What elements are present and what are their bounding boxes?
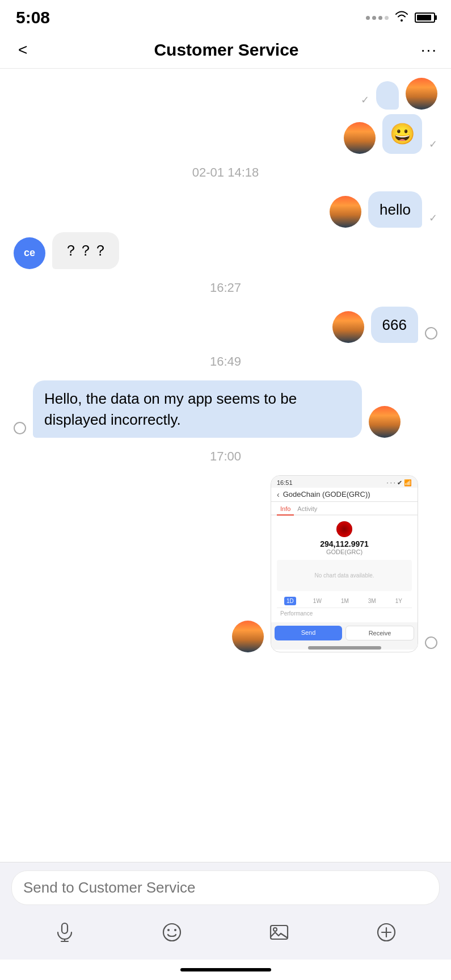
ss-content: 294,112.9971 GODE(GRC) No chart data ava… — [271, 516, 418, 622]
avatar — [369, 406, 401, 438]
message-row: ✓ 😀 — [14, 114, 437, 154]
input-area — [0, 862, 451, 960]
image-button[interactable] — [263, 916, 295, 948]
ss-timeframes: 1D 1W 1M 3M 1Y — [277, 594, 412, 608]
svg-point-5 — [174, 929, 176, 931]
svg-rect-6 — [271, 925, 288, 939]
page-title: Customer Service — [154, 40, 298, 60]
message-bubble: 666 — [371, 307, 418, 343]
toolbar — [11, 914, 440, 953]
message-row-long: Hello, the data on my app seems to be di… — [14, 380, 437, 438]
emoji-button[interactable] — [156, 916, 188, 948]
ss-home-indicator — [308, 646, 381, 650]
unread-circle — [425, 636, 437, 649]
ss-tabs: Info Activity — [271, 502, 418, 516]
message-bubble: ？？？ — [52, 232, 119, 269]
status-bar: 5:08 — [0, 0, 451, 32]
avatar — [344, 122, 376, 154]
message-bubble: Hello, the data on my app seems to be di… — [33, 380, 362, 438]
status-icons — [366, 10, 435, 25]
home-indicator — [0, 960, 451, 980]
ss-receive-button: Receive — [345, 626, 414, 640]
avatar — [332, 311, 364, 343]
ss-action-buttons: Send Receive — [271, 622, 418, 644]
more-button[interactable]: ··· — [421, 41, 437, 59]
avatar — [406, 78, 437, 110]
svg-point-4 — [167, 929, 170, 931]
battery-icon — [415, 12, 435, 23]
ss-amount: 294,112.9971 — [277, 539, 412, 548]
signal-icon — [366, 16, 389, 20]
svg-rect-0 — [62, 923, 68, 933]
message-input[interactable] — [23, 879, 428, 897]
message-bubble-emoji: 😀 — [382, 114, 422, 154]
add-button[interactable] — [370, 916, 402, 948]
message-bubble — [376, 81, 399, 110]
timestamp: 16:49 — [14, 354, 437, 369]
ss-no-chart-text: No chart data available. — [314, 572, 374, 579]
avatar — [330, 196, 361, 228]
unread-circle — [425, 327, 437, 340]
message-row-cs: ce ？？？ — [14, 232, 437, 269]
message-bubble: hello — [368, 191, 422, 228]
nav-header: < Customer Service ··· — [0, 32, 451, 69]
ss-status-bar: 16:51 · · · ✔ 📶 — [271, 476, 418, 488]
mic-icon — [54, 922, 75, 943]
message-row: 666 — [14, 307, 437, 343]
ss-header: ‹ GodeChain (GODE(GRC)) — [271, 488, 418, 502]
ss-back-btn: ‹ — [277, 490, 280, 499]
svg-point-3 — [163, 924, 180, 941]
ss-tab-info: Info — [277, 504, 294, 516]
message-row: ✓ hello — [14, 191, 437, 228]
message-bubble-screenshot: 16:51 · · · ✔ 📶 ‹ GodeChain (GODE(GRC)) … — [271, 475, 418, 652]
wifi-icon — [394, 10, 409, 25]
add-icon — [376, 922, 397, 943]
ss-tf-3m: 3M — [366, 597, 378, 605]
svg-point-7 — [273, 928, 277, 931]
ss-tf-1d: 1D — [284, 597, 296, 605]
ss-coin-icon — [336, 521, 352, 537]
screenshot-content: 16:51 · · · ✔ 📶 ‹ GodeChain (GODE(GRC)) … — [271, 476, 418, 650]
timestamp: 02-01 14:18 — [14, 165, 437, 180]
ss-chart: No chart data available. — [277, 560, 412, 591]
ss-send-button: Send — [275, 626, 342, 640]
read-check: ✓ — [429, 212, 437, 224]
home-bar — [180, 968, 271, 971]
input-wrapper[interactable] — [11, 870, 440, 905]
timestamp: 16:27 — [14, 280, 437, 295]
status-time: 5:08 — [16, 8, 50, 27]
read-check: ✓ — [361, 94, 369, 106]
ss-tf-1m: 1M — [339, 597, 351, 605]
timestamp: 17:00 — [14, 449, 437, 464]
avatar-cs: ce — [14, 237, 45, 269]
ss-icons: · · · ✔ 📶 — [387, 479, 412, 487]
message-row-partial: ✓ — [14, 78, 437, 110]
unread-circle — [14, 422, 26, 434]
message-row-screenshot: 16:51 · · · ✔ 📶 ‹ GodeChain (GODE(GRC)) … — [14, 475, 437, 652]
ss-time: 16:51 — [277, 479, 293, 487]
image-icon — [269, 922, 289, 943]
ss-tf-1y: 1Y — [393, 597, 404, 605]
ss-title: GodeChain (GODE(GRC)) — [283, 490, 370, 499]
avatar — [232, 621, 264, 652]
ss-tf-1w: 1W — [311, 597, 324, 605]
ss-tab-activity: Activity — [294, 504, 321, 514]
back-button[interactable]: < — [14, 39, 32, 61]
ss-ticker: GODE(GRC) — [277, 548, 412, 555]
ss-performance-label: Performance — [277, 608, 412, 617]
mic-button[interactable] — [49, 916, 81, 948]
emoji-icon — [162, 922, 182, 943]
read-check: ✓ — [429, 138, 437, 150]
chat-area: ✓ ✓ 😀 02-01 14:18 ✓ hello ce ？？？ 16:27 6… — [0, 69, 451, 862]
